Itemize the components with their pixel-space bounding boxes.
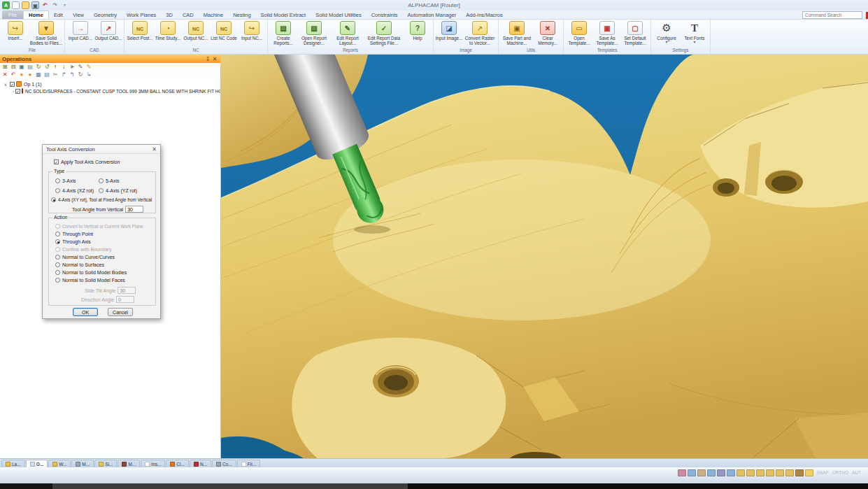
doc-tab-4[interactable]: M... — [71, 460, 94, 467]
collapse-arrow-icon[interactable]: ∨ — [3, 82, 8, 87]
tab-machine[interactable]: Machine — [199, 10, 228, 19]
radio-through-point[interactable]: Through Point — [55, 232, 93, 236]
tab-file[interactable]: File — [2, 10, 23, 19]
radio-normal-curves[interactable]: Normal to Curve/Curves — [55, 255, 115, 260]
radio-through-axis[interactable]: Through Axis — [55, 239, 91, 244]
repeat-icon[interactable]: ↻ — [77, 71, 84, 78]
batch-icon[interactable]: ▦ — [35, 71, 42, 78]
create-reports-button[interactable]: ▤Create Reports... — [269, 20, 297, 46]
report-help-button[interactable]: ?Help — [404, 20, 432, 41]
pin-icon[interactable]: ↧ — [204, 56, 211, 62]
collapse-all-icon[interactable]: ⊟ — [10, 64, 17, 70]
tab-cad[interactable]: CAD — [178, 10, 199, 19]
save-solid-bodies-button[interactable]: ▼Save Solid Bodies to Files... — [29, 20, 63, 46]
tree-row-operation[interactable]: › ✓ NC SOLID/SURFACES - CONSTANT CUSP TO… — [0, 87, 220, 94]
edit-report-layout-button[interactable]: ✎Edit Report Layout... — [331, 20, 364, 46]
view-icon-2[interactable] — [688, 469, 696, 476]
view-icon-7[interactable] — [737, 469, 745, 476]
view-icon-9[interactable] — [756, 469, 764, 476]
resequence-icon[interactable]: ↻ — [35, 64, 42, 70]
expand-arrow-icon[interactable]: › — [13, 89, 14, 93]
expand-all-icon[interactable]: ⊞ — [1, 64, 8, 70]
tools-icon[interactable]: ✂ — [52, 71, 59, 78]
output-nc-button[interactable]: Output NC... — [182, 20, 210, 41]
view-icon-4[interactable] — [707, 469, 716, 476]
apply-conversion-checkbox[interactable]: ✓ Apply Tool Axis Conversion — [54, 160, 120, 164]
view-icon-14[interactable] — [805, 469, 813, 476]
list-nc-code-button[interactable]: List NC Code — [210, 20, 238, 41]
refresh-icon[interactable]: ↺ — [43, 64, 50, 70]
tab-nesting[interactable]: Nesting — [228, 10, 255, 19]
tab-3d[interactable]: 3D — [161, 10, 178, 19]
tab-solid-model-utilities[interactable]: Solid Model Utilities — [311, 10, 366, 19]
output-cad-button[interactable]: ↗Output CAD... — [94, 20, 122, 41]
insert-button[interactable]: ↪Insert... — [1, 20, 29, 41]
command-search-input[interactable] — [802, 11, 862, 19]
set-default-template-button[interactable]: ▢Set Default Template... — [621, 20, 649, 46]
tool-angle-input[interactable] — [125, 206, 143, 213]
doc-tab-layers[interactable]: La... — [1, 460, 25, 467]
branch-icon[interactable]: ↳ — [85, 71, 92, 78]
edit-icon[interactable]: ✎ — [77, 64, 84, 70]
radio-5axis[interactable]: 5-Axis — [99, 178, 119, 183]
list-icon[interactable]: ▤ — [43, 71, 50, 78]
redo-op-icon[interactable]: ↱ — [60, 71, 67, 78]
tab-home[interactable]: Home — [23, 10, 49, 19]
view-icon-8[interactable] — [746, 469, 755, 476]
radio-normal-faces[interactable]: Normal to Solid Model Faces — [55, 278, 125, 283]
save-part-machine-button[interactable]: ▣Save Part and Machine... — [500, 20, 534, 46]
snap-toggle[interactable]: SNAP — [816, 470, 829, 475]
text-fonts-button[interactable]: TText Fonts▾ — [681, 20, 709, 43]
radio-normal-bodies[interactable]: Normal to Solid Model Bodies — [55, 270, 127, 275]
view-icon-1[interactable] — [678, 469, 686, 476]
delete-icon[interactable]: ✕ — [1, 71, 8, 78]
doc-tab-8[interactable]: Cl... — [166, 460, 189, 467]
undo-op-icon[interactable]: ↶ — [10, 71, 17, 78]
tab-addins-macros[interactable]: Add-Ins/Macros — [461, 10, 508, 19]
edit-report-data-settings-button[interactable]: ✓Edit Report Data Settings File... — [364, 20, 404, 46]
back-icon[interactable]: ↰ — [69, 71, 76, 78]
doc-tab-9[interactable]: N... — [190, 460, 211, 467]
clear-memory-button[interactable]: ✕Clear Memory... — [534, 20, 562, 46]
input-nc-button[interactable]: ↪Input NC... — [238, 20, 266, 41]
view-icon-10[interactable] — [766, 469, 774, 476]
doc-tab-3[interactable]: W... — [48, 460, 71, 467]
ok-button[interactable]: OK — [73, 308, 98, 316]
select-post-button[interactable]: Select Post... — [126, 20, 154, 41]
dialog-close-icon[interactable]: ✕ — [152, 146, 157, 153]
view-icon-11[interactable] — [776, 469, 784, 476]
tab-constraints[interactable]: Constraints — [367, 10, 403, 19]
view-icon-3[interactable] — [697, 469, 706, 476]
edit-special-icon[interactable]: ✎ — [85, 64, 92, 70]
tab-edit[interactable]: Edit — [49, 10, 68, 19]
move-up-icon[interactable]: ↑ — [52, 64, 59, 70]
input-cad-button[interactable]: →Input CAD... — [66, 20, 94, 41]
doc-tab-5[interactable]: Si... — [94, 460, 117, 467]
view-icon-12[interactable] — [785, 469, 794, 476]
radio-4axis-xy[interactable]: 4-Axis (XY rot), Tool at Fixed Angle fro… — [51, 197, 157, 202]
view-icon-13[interactable] — [795, 469, 804, 476]
tree-row-op[interactable]: ∨ ✓ Op 1 (1) — [0, 80, 220, 87]
time-study-button[interactable]: ◔Time Study... — [154, 20, 182, 41]
operation-checkbox[interactable]: ✓ — [15, 89, 20, 94]
op-checkbox[interactable]: ✓ — [10, 82, 15, 87]
convert-raster-button[interactable]: ↗Convert Raster to Vector... — [463, 20, 497, 46]
radio-4axis-yz[interactable]: 4-Axis (YZ rot) — [99, 188, 137, 193]
view-icon-6[interactable] — [727, 469, 735, 476]
configure-button[interactable]: ⚙Configure▾ — [653, 20, 681, 43]
doc-tab-operations[interactable]: O... — [26, 460, 48, 467]
move-down-icon[interactable]: ↓ — [60, 64, 67, 70]
dialog-title-bar[interactable]: Tool Axis Conversion ✕ — [43, 145, 160, 154]
doc-tab-7[interactable]: Ins... — [141, 460, 165, 467]
save-as-template-button[interactable]: ▣Save As Template... — [593, 20, 621, 46]
layers-icon[interactable]: ▤ — [27, 64, 34, 70]
tab-view[interactable]: View — [68, 10, 89, 19]
input-image-button[interactable]: ◪Input Image... — [435, 20, 463, 41]
open-report-designer-button[interactable]: ▤Open Report Designer... — [297, 20, 331, 46]
tab-solid-model-extract[interactable]: Solid Model Extract — [256, 10, 311, 19]
viewport-3d[interactable] — [221, 55, 868, 458]
view-icon-5[interactable] — [717, 469, 725, 476]
radio-4axis-xz[interactable]: 4-Axis (XZ rot) — [55, 188, 94, 193]
tab-automation-manager[interactable]: Automation Manager — [403, 10, 462, 19]
auto-toggle[interactable]: AUT — [852, 470, 861, 475]
